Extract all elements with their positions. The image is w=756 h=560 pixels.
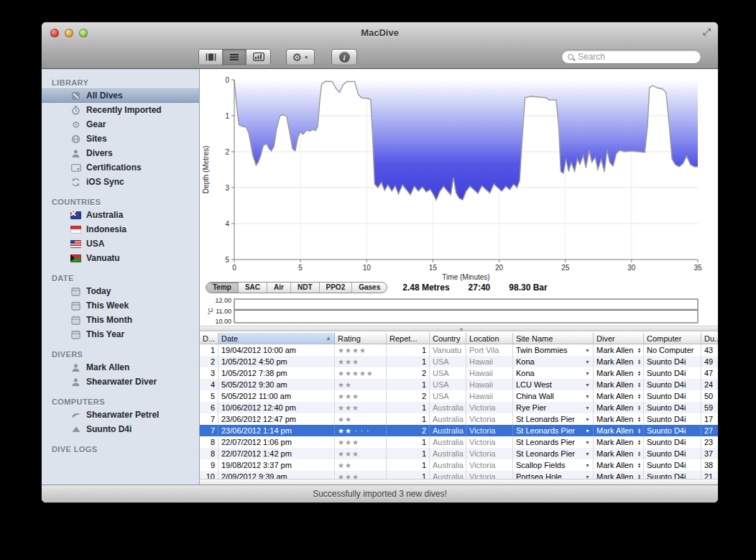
sidebar-item-vanuatu[interactable]: Vanuatu <box>42 251 199 265</box>
sidebar-item-certifications[interactable]: Certifications <box>42 160 199 175</box>
diver-stepper-icon[interactable]: ▴▾ <box>638 416 640 422</box>
column-header-d[interactable]: D... <box>200 333 218 344</box>
site-dropdown-icon[interactable]: ▼ <box>585 463 590 468</box>
column-header-rating[interactable]: Rating <box>335 333 387 344</box>
sidebar-item-sites[interactable]: Sites <box>42 132 199 146</box>
site-dropdown-icon[interactable]: ▼ <box>585 428 590 433</box>
site-dropdown-icon[interactable]: ▼ <box>585 394 590 399</box>
horizontal-scrollbar[interactable] <box>200 479 718 485</box>
diver-stepper-icon[interactable]: ▴▾ <box>638 439 640 445</box>
sidebar-item-today[interactable]: Today <box>42 284 199 298</box>
profile-tab-ppo2[interactable]: PPO2 <box>320 283 353 293</box>
diver-stepper-icon[interactable]: ▴▾ <box>638 347 640 353</box>
repetition-cell: 2 <box>387 425 430 436</box>
sidebar-item-suunto-d4i[interactable]: Suunto D4i <box>42 422 199 436</box>
dive-number-cell: 8 <box>200 436 218 448</box>
column-label: D... <box>203 334 215 343</box>
site-dropdown-icon[interactable]: ▼ <box>585 348 590 353</box>
sidebar-item-this-year[interactable]: This Year <box>42 327 199 341</box>
table-row[interactable]: 723/06/2012 1:14 pm★★ · · ·2AustraliaVic… <box>200 425 718 436</box>
diver-stepper-icon[interactable]: ▴▾ <box>638 474 640 479</box>
diver-stepper-icon[interactable]: ▴▾ <box>638 451 640 456</box>
sidebar-item-usa[interactable]: USA <box>42 237 199 251</box>
table-row[interactable]: 723/06/2012 12:47 pm★★1AustraliaVictoria… <box>200 413 718 425</box>
site-dropdown-icon[interactable]: ▼ <box>585 382 590 387</box>
column-header-diver[interactable]: Diver <box>594 333 644 344</box>
site-dropdown-icon[interactable]: ▼ <box>585 405 590 410</box>
stats-view-icon <box>253 51 264 64</box>
diver-stepper-icon[interactable]: ▴▾ <box>638 370 640 376</box>
location-cell: Hawaii <box>466 379 513 390</box>
rating-stars: ★★★ <box>338 450 359 458</box>
site-dropdown-icon[interactable]: ▼ <box>585 371 590 376</box>
site-dropdown-icon[interactable]: ▼ <box>585 440 590 445</box>
diver-stepper-icon[interactable]: ▴▾ <box>638 428 640 433</box>
column-header-repet[interactable]: Repet... <box>387 333 430 344</box>
profile-tab-gases[interactable]: Gases <box>352 283 387 293</box>
table-row[interactable]: 119/04/2012 10:00 am★★★★1VanuatuPort Vil… <box>200 344 718 356</box>
column-header-date[interactable]: Date▲ <box>218 333 335 344</box>
column-header-computer[interactable]: Computer <box>644 333 701 344</box>
sidebar-item-this-week[interactable]: This Week <box>42 298 199 313</box>
info-button[interactable]: i <box>331 49 357 65</box>
computer-cell: Suunto D4i <box>644 367 701 379</box>
action-menu-button[interactable]: ⚙ ▼ <box>286 49 315 65</box>
pane-splitter[interactable] <box>200 326 718 331</box>
diver-stepper-icon[interactable]: ▴▾ <box>638 462 640 468</box>
fullscreen-icon[interactable]: ⤢ <box>703 26 711 38</box>
sidebar-item-label: Suunto D4i <box>86 424 132 434</box>
diver-stepper-icon[interactable]: ▴▾ <box>638 359 640 364</box>
location-cell: Hawaii <box>466 390 513 402</box>
card-icon <box>70 164 81 172</box>
sidebar-item-indonesia[interactable]: Indonesia <box>42 222 199 237</box>
diver-stepper-icon[interactable]: ▴▾ <box>638 393 640 399</box>
date-cell: 22/07/2012 1:06 pm <box>218 436 335 448</box>
table-row[interactable]: 21/05/2012 4:50 pm★★★1USAHawaiiKona▼Mark… <box>200 356 718 367</box>
table-row[interactable]: 822/07/2012 1:42 pm★★★1AustraliaVictoria… <box>200 448 718 459</box>
table-row[interactable]: 610/06/2012 12:40 pm★★★1AustraliaVictori… <box>200 402 718 413</box>
svg-text:11.00: 11.00 <box>216 308 231 315</box>
site-dropdown-icon[interactable]: ▼ <box>585 417 590 422</box>
column-header-sitename[interactable]: Site Name <box>513 333 594 344</box>
sidebar-item-australia[interactable]: Australia <box>42 208 199 222</box>
profile-tab-ndt[interactable]: NDT <box>291 283 320 293</box>
search-field[interactable] <box>561 50 701 64</box>
profile-tab-sac[interactable]: SAC <box>239 283 267 293</box>
profile-tab-temp[interactable]: Temp <box>206 283 239 293</box>
view-segment-coverflow[interactable] <box>199 50 223 65</box>
column-header-location[interactable]: Location <box>466 333 513 344</box>
repetition-cell: 2 <box>387 367 430 379</box>
sidebar-item-gear[interactable]: ⚙Gear <box>42 117 199 132</box>
sidebar-item-all-dives[interactable]: All Dives <box>42 88 199 103</box>
column-header-du[interactable]: Du... <box>701 333 718 344</box>
table-row[interactable]: 822/07/2012 1:06 pm★★★1AustraliaVictoria… <box>200 436 718 448</box>
triangle-icon <box>70 426 81 433</box>
date-cell: 5/05/2012 11:00 am <box>218 390 335 402</box>
table-row[interactable]: 31/05/2012 7:38 pm★★★★★2USAHawaiiKona▼Ma… <box>200 367 718 379</box>
column-header-country[interactable]: Country <box>430 333 466 344</box>
sidebar-item-this-month[interactable]: This Month <box>42 313 199 327</box>
rating-cell: ★★★★ <box>335 344 387 356</box>
diver-stepper-icon[interactable]: ▴▾ <box>638 405 640 410</box>
view-segment-stats[interactable] <box>246 50 270 65</box>
search-input[interactable] <box>576 51 695 63</box>
site-name-cell: St Leonards Pier▼ <box>513 436 594 448</box>
sidebar-item-shearwater-petrel[interactable]: Shearwater Petrel <box>42 408 199 422</box>
table-row[interactable]: 919/08/2012 3:37 pm★★1AustraliaVictoriaS… <box>200 459 718 471</box>
sidebar-item-divers[interactable]: Divers <box>42 146 199 160</box>
diver-stepper-icon[interactable]: ▴▾ <box>638 382 640 387</box>
site-name-cell: St Leonards Pier▼ <box>513 413 594 425</box>
sidebar-item-shearwater-diver[interactable]: Shearwater Diver <box>42 375 199 389</box>
table-row[interactable]: 55/05/2012 11:00 am★★★2USAHawaiiChina Wa… <box>200 390 718 402</box>
duration-cell: 27 <box>701 425 718 436</box>
table-row[interactable]: 45/05/2012 9:30 am★★1USAHawaiiLCU West▼M… <box>200 379 718 390</box>
view-segment-list[interactable] <box>223 50 246 65</box>
sidebar-item-mark-allen[interactable]: Mark Allen <box>42 360 199 375</box>
sidebar-item-ios-sync[interactable]: iOS Sync <box>42 175 199 189</box>
table-row[interactable]: 102/09/2012 9:39 am★★★1AustraliaVictoria… <box>200 471 718 479</box>
sidebar-item-recently-imported[interactable]: Recently Imported <box>42 103 199 117</box>
site-dropdown-icon[interactable]: ▼ <box>585 451 590 456</box>
computer-cell: Suunto D4i <box>644 448 701 459</box>
profile-tab-air[interactable]: Air <box>267 283 291 293</box>
site-dropdown-icon[interactable]: ▼ <box>585 359 590 364</box>
